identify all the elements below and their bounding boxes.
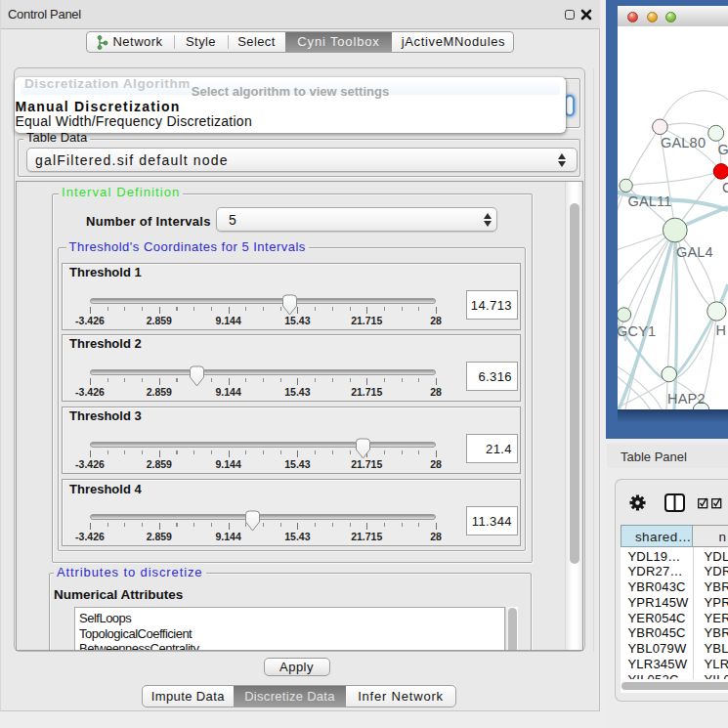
svg-text:HAP2: HAP2: [667, 391, 706, 407]
svg-text:GCY1: GCY1: [618, 323, 656, 339]
svg-text:GA: GA: [718, 142, 728, 157]
svg-text:H: H: [716, 322, 727, 338]
svg-text:CR: CR: [722, 180, 728, 195]
svg-text:GAL80: GAL80: [661, 135, 706, 150]
svg-text:GAL4: GAL4: [676, 244, 713, 260]
svg-text:GAL11: GAL11: [628, 193, 672, 209]
